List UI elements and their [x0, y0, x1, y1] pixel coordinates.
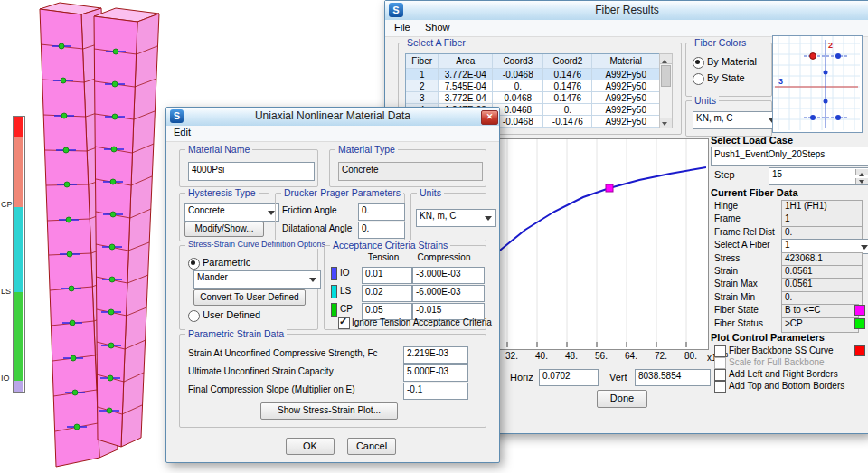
checkbox-scale-full-backbone: [714, 357, 726, 369]
plot-control-parameters-label: Plot Control Parameters: [711, 332, 825, 343]
cp-label: CP: [340, 304, 353, 314]
modify-show-button[interactable]: Modify/Show...: [184, 222, 264, 237]
cancel-button[interactable]: Cancel: [347, 438, 396, 455]
cell: A992Fy50: [592, 104, 660, 116]
hinge-state-legend: [13, 116, 25, 393]
col-material: Material: [592, 54, 660, 69]
table-row[interactable]: 2 7.545E-04 0. 0.1476 A992Fy50: [406, 80, 660, 92]
final-slope-field[interactable]: -0.1: [403, 383, 468, 400]
group-label: Stress-Strain Curve Definition Options: [185, 240, 328, 249]
radio-by-state[interactable]: [693, 73, 704, 85]
io-tension-field[interactable]: 0.01: [362, 267, 412, 284]
cell: 0.: [543, 104, 592, 116]
param-row-label: Ultimate Unconfined Strain Capacity: [188, 366, 334, 376]
hysteresis-combo[interactable]: Concrete: [184, 203, 279, 222]
x-tick: 32.: [497, 351, 526, 361]
x-tick: 64.: [617, 351, 646, 361]
titlebar[interactable]: S Uniaxial Nonlinear Material Data: [166, 108, 499, 127]
field-label: Strain Min: [714, 292, 755, 302]
legend-segment-io-ls: [14, 292, 23, 381]
ultimate-strain-field[interactable]: 5.000E-03: [403, 364, 468, 382]
checkbox-top-bottom-borders[interactable]: [714, 381, 726, 393]
ls-compression-field[interactable]: -6.000E-03: [412, 285, 485, 302]
x-tick: 56.: [587, 351, 616, 361]
cell: 3.772E-04: [439, 69, 493, 80]
radio-user-defined-label: User Defined: [203, 309, 260, 320]
fiber-status-field: >CP: [781, 317, 859, 333]
selected-fiber-dot[interactable]: [810, 53, 816, 60]
ls-label: LS: [340, 286, 351, 296]
convert-to-user-defined-button[interactable]: Convert To User Defined: [193, 289, 306, 306]
friction-angle-field[interactable]: 0.: [358, 203, 405, 221]
vert-label: Vert: [609, 372, 627, 383]
step-spinner[interactable]: 15: [769, 167, 868, 185]
horiz-label: Horiz: [510, 372, 533, 383]
scroll-up-icon[interactable]: [660, 54, 672, 64]
parametric-type-combo[interactable]: Mander: [193, 270, 321, 289]
cell: -0.0468: [493, 116, 543, 128]
menu-show[interactable]: Show: [425, 22, 450, 33]
backbone-color-swatch[interactable]: [854, 345, 865, 356]
radio-user-defined[interactable]: [188, 310, 200, 322]
vert-value-field[interactable]: 8038.5854: [635, 369, 711, 386]
ok-button[interactable]: OK: [286, 438, 335, 455]
cell: 3.772E-04: [439, 92, 493, 104]
field-label: Frame Rel Dist: [714, 227, 775, 237]
radio-parametric[interactable]: [188, 258, 200, 270]
uniaxial-material-dialog: S Uniaxial Nonlinear Material Data Edit …: [165, 107, 500, 463]
col-coord3: Coord3: [493, 54, 543, 69]
io-compression-field[interactable]: -3.000E-03: [412, 267, 485, 284]
scroll-down-icon[interactable]: [660, 118, 672, 128]
cell: 1: [406, 69, 439, 80]
x-tick: 48.: [557, 351, 586, 361]
current-fiber-data-label: Current Fiber Data: [711, 187, 798, 198]
ls-tension-field[interactable]: 0.02: [362, 285, 412, 302]
group-label: Hysteresis Type: [185, 187, 259, 198]
table-scrollbar[interactable]: [659, 53, 673, 128]
fc-strain-field[interactable]: 2.219E-03: [403, 346, 468, 364]
cell: A992Fy50: [592, 69, 660, 80]
radio-by-material-label: By Material: [707, 56, 757, 67]
dilatational-angle-field[interactable]: 0.: [358, 222, 405, 239]
io-label: IO: [340, 268, 350, 278]
group-label: Material Type: [335, 144, 398, 155]
dilatational-angle-label: Dilatational Angle: [282, 223, 352, 233]
cell: 0.1476: [543, 92, 592, 104]
field-label: Frame: [714, 213, 741, 223]
units-combo[interactable]: KN, m, C: [693, 111, 780, 129]
material-name-field[interactable]: 4000Psi: [188, 162, 315, 181]
show-stress-strain-plot-button[interactable]: Show Stress-Strain Plot...: [260, 402, 398, 420]
table-row[interactable]: 3 3.772E-04 0.0468 0.1476 A992Fy50: [406, 92, 660, 104]
material-type-field: Concrete: [338, 162, 483, 181]
checkbox-left-right-borders[interactable]: [714, 369, 726, 381]
fiber-section-view[interactable]: 2 3: [772, 35, 863, 133]
checkbox-fiber-backbone[interactable]: [714, 345, 726, 357]
menu-file[interactable]: File: [394, 22, 410, 33]
x-tick: 40.: [527, 351, 556, 361]
group-label: Units: [417, 187, 444, 198]
scroll-thumb[interactable]: [661, 65, 671, 87]
tension-header: Tension: [362, 252, 405, 262]
dialog-title: Uniaxial Nonlinear Material Data: [166, 109, 499, 122]
titlebar[interactable]: S Fiber Results: [385, 1, 868, 21]
horiz-value-field[interactable]: 0.0702: [539, 369, 599, 386]
cell: 0.0468: [493, 104, 543, 116]
load-case-combo[interactable]: Push1_EventOnly_20Steps: [711, 147, 868, 166]
done-button[interactable]: Done: [597, 390, 647, 408]
spin-up-icon[interactable]: [855, 169, 868, 175]
units-combo[interactable]: KN, m, C: [416, 209, 496, 227]
menu-edit[interactable]: Edit: [174, 127, 191, 137]
menubar: Edit: [166, 126, 499, 142]
cell: A992Fy50: [592, 80, 660, 92]
checkbox-ignore-tension[interactable]: [338, 317, 350, 329]
legend-segment-d: [14, 137, 23, 207]
cell: -0.0468: [493, 69, 543, 80]
cell: -0.1476: [543, 116, 592, 128]
fiber-colors-group: Fiber Colors: [685, 43, 772, 97]
close-icon[interactable]: [481, 110, 498, 125]
table-row[interactable]: 1 3.772E-04 -0.0468 0.1476 A992Fy50: [406, 69, 660, 80]
spin-down-icon[interactable]: [855, 178, 868, 184]
field-label: Hinge: [714, 201, 738, 211]
radio-by-material[interactable]: [693, 57, 704, 69]
cell: 0.0468: [493, 92, 543, 104]
